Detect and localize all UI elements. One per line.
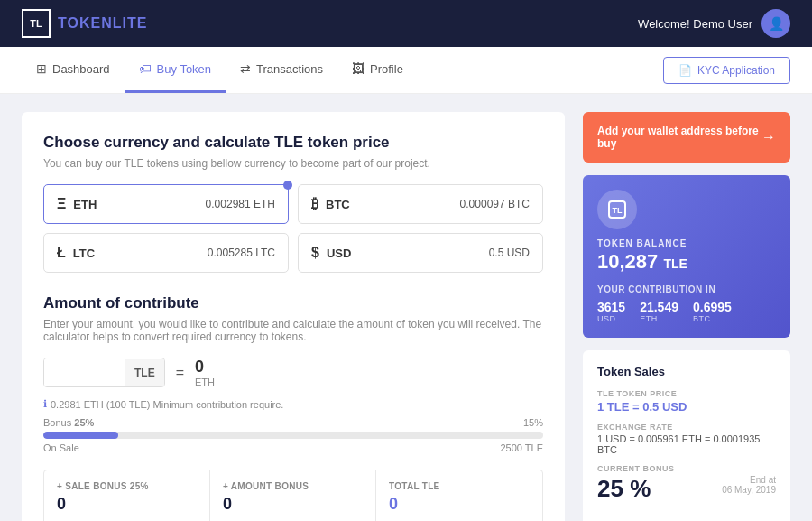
equals-sign: = [176, 365, 184, 381]
nav-item-transactions[interactable]: ⇄ Transactions [226, 47, 337, 93]
contribution-label: YOUR CONTRIBUTION IN [597, 284, 776, 294]
welcome-text: Welcome! Demo User [638, 17, 752, 31]
nav-item-dashboard[interactable]: ⊞ Dashboard [22, 47, 125, 93]
dashboard-icon: ⊞ [36, 61, 47, 76]
nav-item-buy-token[interactable]: 🏷 Buy Token [125, 47, 226, 93]
amount-input-group: TLE [43, 358, 165, 387]
currency-card-btc[interactable]: ₿ BTC 0.000097 BTC [298, 184, 543, 224]
exchange-label: EXCHANGE RATE [597, 423, 776, 432]
kyc-icon: 📄 [678, 64, 692, 77]
amount-bonus-label: + AMOUNT BONUS [223, 481, 363, 491]
total-tle-label: TOTAL TLE [389, 481, 530, 491]
contribution-usd-label: USD [597, 314, 625, 323]
contribution-btc: 0.6995 BTC [693, 300, 732, 323]
result-currency: ETH [195, 377, 215, 387]
token-balance-label: TOKEN BALANCE [597, 238, 776, 248]
usd-symbol: USD [327, 247, 351, 260]
main-content: Choose currency and calculate TLE token … [0, 94, 812, 521]
end-date: 06 May, 2019 [722, 485, 776, 495]
currency-card-usd[interactable]: $ USD 0.5 USD [298, 233, 543, 273]
eth-value: 0.002981 ETH [206, 198, 275, 210]
usd-icon: $ [311, 245, 319, 261]
ltc-value: 0.005285 LTC [208, 247, 275, 259]
eth-left: Ξ ETH [57, 196, 97, 212]
contribution-usd-value: 3615 [597, 300, 625, 314]
contribution-eth: 21.549 ETH [640, 300, 678, 323]
wallet-arrow-icon: → [761, 129, 776, 145]
usd-left: $ USD [311, 245, 351, 261]
nav-label-profile: Profile [370, 62, 403, 76]
transactions-icon: ⇄ [240, 61, 251, 76]
current-bonus-label: CURRENT BONUS [597, 464, 776, 473]
sale-bonus-label: + SALE BONUS 25% [57, 481, 197, 491]
balance-number: 10,287 [597, 250, 658, 273]
ltc-left: Ł LTC [57, 245, 95, 261]
header-right: Welcome! Demo User 👤 [638, 9, 790, 38]
currency-card-eth[interactable]: Ξ ETH 0.002981 ETH [43, 184, 289, 224]
token-sales-card: Token Sales TLE TOKEN PRICE 1 TLE = 0.5 … [583, 350, 790, 521]
token-sales-title: Token Sales [597, 365, 776, 378]
contribution-btc-label: BTC [693, 314, 732, 323]
eth-symbol: ETH [73, 198, 97, 211]
profile-icon: 🖼 [352, 61, 364, 76]
logo-text: TOKENLITE [58, 15, 147, 32]
nav-links: ⊞ Dashboard 🏷 Buy Token ⇄ Transactions 🖼… [22, 47, 418, 93]
amount-row: TLE = 0 ETH [43, 358, 543, 387]
logo-icon: TL [22, 9, 51, 38]
info-icon: ℹ [43, 398, 47, 410]
kyc-button[interactable]: 📄 KYC Application [663, 57, 790, 84]
nav-label-dashboard: Dashboard [52, 62, 110, 76]
tle-price-value: 1 TLE = 0.5 USD [597, 400, 776, 414]
bonus-section: 25 % End at 06 May, 2019 [597, 475, 776, 503]
nav-label-transactions: Transactions [256, 62, 323, 76]
right-column: Add your wallet address before buy → TL … [583, 112, 790, 521]
nav: ⊞ Dashboard 🏷 Buy Token ⇄ Transactions 🖼… [0, 47, 812, 94]
kyc-label: KYC Application [697, 64, 775, 77]
amount-bonus-value: 0 [223, 495, 363, 514]
onsale-label: On Sale [43, 442, 79, 453]
tle-price-prefix: 1 TLE = [597, 400, 642, 414]
exchange-value: 1 USD = 0.005961 ETH = 0.0001935 BTC [597, 433, 776, 455]
nav-label-buy-token: Buy Token [157, 62, 211, 76]
token-balance-card: TL TOKEN BALANCE 10,287 TLE YOUR CONTRIB… [583, 175, 790, 338]
contribution-grid: 3615 USD 21.549 ETH 0.6995 BTC [597, 300, 776, 323]
tle-price-label: TLE TOKEN PRICE [597, 389, 776, 398]
contribution-eth-label: ETH [640, 314, 678, 323]
min-contrib-text: 0.2981 ETH (100 TLE) Minimum contributio… [51, 399, 283, 410]
token-balance-value: 10,287 TLE [597, 250, 776, 274]
btc-left: ₿ BTC [311, 196, 350, 212]
sale-value: 2500 TLE [500, 442, 543, 453]
result-number: 0 [195, 358, 215, 377]
contribution-usd: 3615 USD [597, 300, 625, 323]
wallet-banner[interactable]: Add your wallet address before buy → [583, 112, 790, 163]
svg-text:TL: TL [613, 206, 623, 215]
amount-desc: Enter your amount, you would like to con… [43, 318, 543, 343]
total-cell-total-tle: TOTAL TLE 0 [376, 470, 542, 521]
token-logo-icon: TL [607, 200, 627, 219]
logo-area: TL TOKENLITE [22, 9, 147, 38]
left-column: Choose currency and calculate TLE token … [22, 112, 565, 521]
nav-item-profile[interactable]: 🖼 Profile [337, 47, 418, 93]
min-contrib: ℹ 0.2981 ETH (100 TLE) Minimum contribut… [43, 398, 543, 410]
total-cell-amount-bonus: + AMOUNT BONUS 0 [210, 470, 376, 521]
wallet-banner-text: Add your wallet address before buy [597, 125, 761, 150]
header: TL TOKENLITE Welcome! Demo User 👤 [0, 0, 812, 47]
balance-unit: TLE [663, 256, 687, 271]
user-avatar[interactable]: 👤 [761, 9, 790, 38]
buy-token-icon: 🏷 [139, 61, 152, 76]
currency-grid: Ξ ETH 0.002981 ETH ₿ BTC 0.000097 BTC Ł … [43, 184, 543, 273]
currency-card-ltc[interactable]: Ł LTC 0.005285 LTC [43, 233, 289, 273]
eth-icon: Ξ [57, 196, 66, 212]
amount-input[interactable] [44, 358, 125, 386]
ltc-icon: Ł [57, 245, 66, 261]
contribution-eth-value: 21.549 [640, 300, 678, 314]
usd-value: 0.5 USD [489, 247, 530, 259]
tle-price-row: TLE TOKEN PRICE 1 TLE = 0.5 USD [597, 389, 776, 414]
ltc-symbol: LTC [73, 247, 95, 260]
tle-price-amount: 0.5 USD [642, 400, 687, 414]
current-bonus-row: CURRENT BONUS 25 % End at 06 May, 2019 [597, 464, 776, 503]
bonus-row: Bonus 25% 15% [43, 417, 543, 428]
total-tle-value: 0 [389, 495, 530, 514]
amount-title: Amount of contribute [43, 294, 543, 312]
result-group: 0 ETH [195, 358, 215, 387]
